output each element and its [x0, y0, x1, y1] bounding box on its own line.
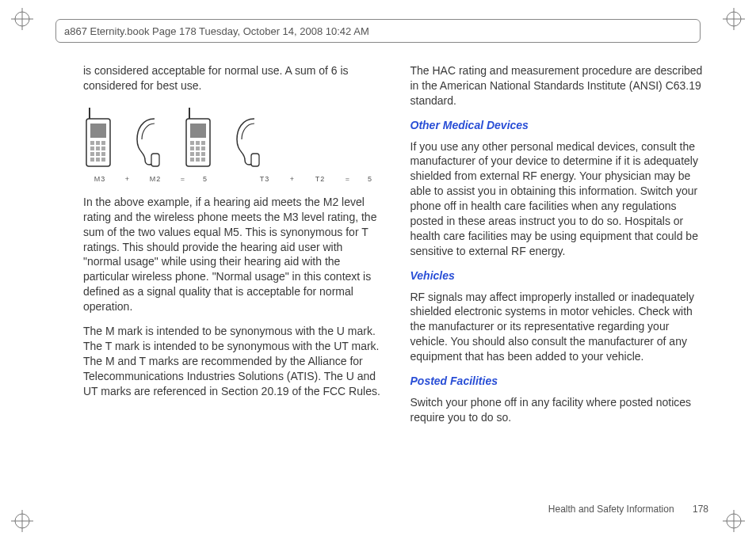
right-column: The HAC rating and measurement procedure… — [410, 63, 709, 492]
eq-m-phone: M3 — [83, 174, 116, 184]
svg-rect-22 — [96, 152, 100, 156]
svg-rect-35 — [196, 146, 200, 150]
svg-rect-26 — [101, 158, 105, 162]
eq-t-sum: 5 — [359, 174, 381, 184]
svg-rect-34 — [190, 146, 194, 150]
header-text: a867 Eternity.book Page 178 Tuesday, Oct… — [64, 25, 369, 37]
footer-section: Health and Safety Information — [548, 504, 674, 515]
svg-rect-19 — [96, 146, 100, 150]
page-footer: Health and Safety Information 178 — [548, 504, 708, 515]
svg-rect-15 — [90, 141, 94, 145]
left-para-3: The M mark is intended to be synonymous … — [83, 324, 382, 398]
heading-other-medical: Other Medical Devices — [410, 118, 709, 133]
left-intro: is considered acceptable for normal use.… — [83, 63, 382, 93]
eq-equals: = — [172, 174, 194, 184]
svg-rect-24 — [90, 158, 94, 162]
left-para-2: In the above example, if a hearing aid m… — [83, 195, 382, 314]
eq-plus: + — [116, 174, 139, 184]
svg-rect-39 — [201, 152, 205, 156]
svg-rect-14 — [90, 124, 106, 138]
eq-plus: + — [281, 174, 304, 184]
phone-icon — [83, 108, 116, 169]
svg-rect-40 — [190, 158, 194, 162]
eq-equals: = — [337, 174, 359, 184]
svg-rect-17 — [101, 141, 105, 145]
crop-mark-icon — [723, 510, 745, 532]
crop-mark-icon — [723, 8, 745, 30]
right-para-1: The HAC rating and measurement procedure… — [410, 63, 709, 108]
svg-rect-31 — [190, 141, 194, 145]
right-para-4: Switch your phone off in any facility wh… — [410, 395, 709, 425]
page-header-bar: a867 Eternity.book Page 178 Tuesday, Oct… — [55, 19, 701, 43]
heading-posted-facilities: Posted Facilities — [410, 374, 709, 389]
svg-rect-38 — [196, 152, 200, 156]
svg-rect-27 — [151, 154, 159, 166]
eq-t-phone: T3 — [248, 174, 281, 184]
svg-rect-42 — [201, 158, 205, 162]
svg-rect-30 — [190, 124, 206, 138]
svg-rect-20 — [101, 146, 105, 150]
svg-rect-25 — [96, 158, 100, 162]
right-para-2: If you use any other personal medical de… — [410, 139, 709, 259]
crop-mark-icon — [11, 8, 33, 30]
diagram-pair-m — [83, 108, 164, 169]
svg-rect-33 — [201, 141, 205, 145]
phone-icon — [183, 108, 216, 169]
hearing-aid-icon — [231, 114, 264, 169]
svg-rect-36 — [201, 146, 205, 150]
eq-m-sum: 5 — [194, 174, 216, 184]
right-para-3: RF signals may affect improperly install… — [410, 290, 709, 364]
eq-m-aid: M2 — [139, 174, 172, 184]
heading-vehicles: Vehicles — [410, 268, 709, 283]
svg-rect-21 — [90, 152, 94, 156]
svg-rect-32 — [196, 141, 200, 145]
left-column: is considered acceptable for normal use.… — [83, 63, 382, 492]
diagram-pair-t — [183, 108, 264, 169]
footer-page-number: 178 — [693, 504, 708, 515]
eq-t-aid: T2 — [304, 174, 337, 184]
hac-diagram: M3 + M2 = 5 T3 + T2 = 5 — [83, 108, 382, 184]
svg-rect-41 — [196, 158, 200, 162]
svg-rect-16 — [96, 141, 100, 145]
svg-rect-18 — [90, 146, 94, 150]
hearing-aid-icon — [131, 114, 164, 169]
content-columns: is considered acceptable for normal use.… — [83, 63, 708, 492]
svg-rect-37 — [190, 152, 194, 156]
svg-rect-23 — [101, 152, 105, 156]
svg-rect-43 — [251, 154, 259, 166]
diagram-equation-row: M3 + M2 = 5 T3 + T2 = 5 — [83, 174, 382, 184]
crop-mark-icon — [11, 510, 33, 532]
